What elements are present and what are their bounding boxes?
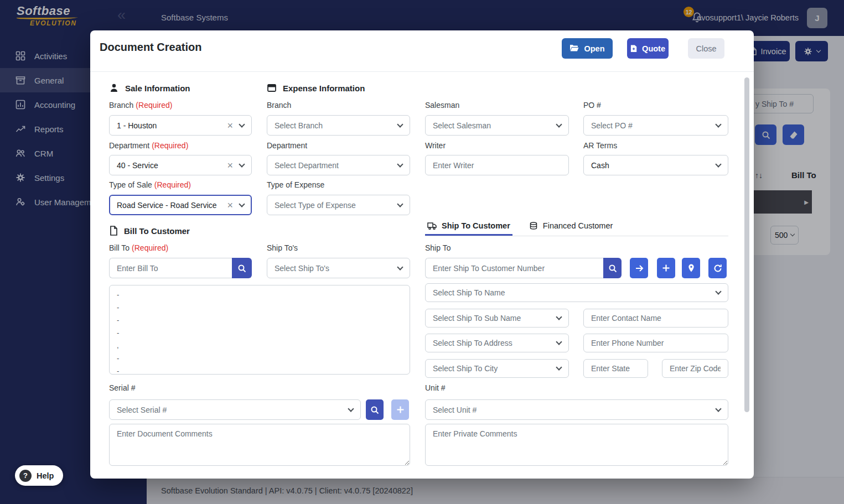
ship-to-label: Ship To	[425, 243, 451, 252]
search-icon	[237, 264, 246, 273]
list-item[interactable]: ,	[110, 339, 410, 352]
serial-number-placeholder: Select Serial #	[117, 406, 344, 414]
serial-search-button[interactable]	[366, 399, 384, 420]
expense-department-placeholder: Select Department	[275, 161, 393, 170]
close-button[interactable]: Close	[688, 38, 724, 59]
list-item[interactable]: -	[110, 301, 410, 314]
clear-icon[interactable]: ×	[227, 121, 233, 131]
ship-to-refresh-button[interactable]	[708, 258, 727, 278]
help-button-label: Help	[37, 471, 54, 480]
clear-icon[interactable]: ×	[227, 200, 233, 210]
writer-input[interactable]	[425, 155, 569, 175]
person-icon	[109, 83, 119, 93]
tab-financed-customer[interactable]: Financed Customer	[527, 221, 615, 236]
department-label: Department(Required)	[109, 141, 188, 150]
required-tag: (Required)	[152, 141, 188, 150]
document-icon	[109, 226, 118, 236]
branch-select-value: 1 - Houston	[117, 121, 222, 130]
ship-tos-label: Ship To's	[267, 243, 298, 252]
open-button-label: Open	[584, 44, 604, 53]
ship-tos-select[interactable]: Select Ship To's	[267, 258, 410, 278]
required-tag: (Required)	[154, 180, 191, 189]
expense-branch-select[interactable]: Select Branch	[267, 115, 410, 136]
chevron-down-icon	[397, 121, 403, 127]
po-number-select[interactable]: Select PO #	[583, 115, 728, 136]
branch-label: Branch(Required)	[109, 101, 173, 110]
modal-title: Document Creation	[100, 41, 201, 54]
modal-scrollbar-thumb[interactable]	[744, 77, 749, 412]
expense-branch-placeholder: Select Branch	[275, 121, 393, 130]
type-of-sale-value: Road Service - Road Service	[117, 201, 222, 210]
type-of-expense-label: Type of Expense	[267, 180, 324, 189]
ship-to-customer-number-input[interactable]	[425, 258, 603, 278]
tab-ship-to-customer[interactable]: Ship To Customer	[425, 221, 512, 236]
search-icon	[608, 264, 617, 273]
unit-number-select[interactable]: Select Unit #	[425, 399, 728, 420]
ship-to-sub-name-placeholder: Select Ship To Sub Name	[433, 314, 552, 323]
document-comments-textarea[interactable]	[109, 424, 410, 466]
help-button[interactable]: ? Help	[15, 465, 63, 486]
ship-to-name-placeholder: Select Ship To Name	[433, 288, 712, 297]
expense-department-select[interactable]: Select Department	[267, 155, 410, 175]
chevron-down-icon	[715, 288, 721, 294]
contact-name-input[interactable]	[583, 309, 728, 328]
salesman-placeholder: Select Salesman	[433, 121, 552, 130]
quote-button[interactable]: Quote	[627, 38, 669, 59]
refresh-icon	[713, 264, 722, 273]
help-question-icon: ?	[19, 470, 32, 482]
chevron-down-icon	[556, 314, 562, 320]
clear-icon[interactable]: ×	[227, 160, 233, 170]
bill-to-search-button[interactable]	[232, 258, 252, 278]
expense-branch-label: Branch	[267, 101, 291, 110]
bill-to-label: Bill To(Required)	[109, 243, 168, 252]
search-icon	[370, 406, 379, 414]
list-item[interactable]: -	[110, 314, 410, 326]
po-number-placeholder: Select PO #	[591, 121, 712, 130]
bill-to-results-list[interactable]: - - - - , - -	[109, 285, 410, 375]
ship-to-search-button[interactable]	[603, 258, 622, 278]
header-divider	[90, 71, 754, 72]
phone-number-input[interactable]	[583, 334, 728, 352]
ship-to-city-select[interactable]: Select Ship To City	[425, 359, 569, 378]
tab-label: Financed Customer	[543, 221, 613, 230]
ar-terms-select[interactable]: Cash	[583, 155, 728, 175]
chevron-down-icon	[348, 406, 354, 412]
type-of-sale-select[interactable]: Road Service - Road Service ×	[109, 195, 252, 215]
ship-to-address-select[interactable]: Select Ship To Address	[425, 334, 569, 352]
card-icon	[267, 83, 277, 93]
ship-to-location-button[interactable]	[682, 258, 700, 278]
department-select[interactable]: 40 - Service ×	[109, 155, 252, 175]
sale-information-heading: Sale Information	[109, 83, 190, 93]
document-creation-modal: Document Creation Open Quote Close Sale …	[90, 30, 754, 479]
po-number-label: PO #	[583, 101, 601, 110]
tab-label: Ship To Customer	[442, 221, 510, 230]
open-button[interactable]: Open	[562, 38, 613, 59]
list-item[interactable]: -	[110, 288, 410, 301]
ship-to-go-button[interactable]	[630, 258, 648, 278]
ship-to-tabs: Ship To Customer Financed Customer	[425, 221, 728, 236]
bill-to-input[interactable]	[109, 258, 232, 278]
chevron-down-icon	[715, 161, 721, 167]
ship-to-address-placeholder: Select Ship To Address	[433, 339, 552, 347]
serial-add-button[interactable]	[391, 399, 409, 420]
list-item[interactable]: -	[110, 365, 410, 375]
list-item[interactable]: -	[110, 326, 410, 339]
ship-to-sub-name-select[interactable]: Select Ship To Sub Name	[425, 309, 569, 328]
private-comments-textarea[interactable]	[425, 424, 728, 466]
zip-code-input[interactable]	[662, 359, 728, 378]
ship-to-name-select[interactable]: Select Ship To Name	[425, 283, 728, 302]
type-of-expense-select[interactable]: Select Type of Expense	[267, 195, 410, 215]
salesman-select[interactable]: Select Salesman	[425, 115, 569, 136]
ship-to-add-button[interactable]	[657, 258, 675, 278]
expense-department-label: Department	[267, 141, 307, 150]
branch-select[interactable]: 1 - Houston ×	[109, 115, 252, 136]
state-input[interactable]	[583, 359, 648, 378]
chevron-down-icon	[556, 121, 562, 127]
plus-icon	[662, 264, 670, 272]
ar-terms-value: Cash	[591, 161, 712, 170]
salesman-label: Salesman	[425, 101, 459, 110]
chevron-down-icon	[397, 264, 403, 270]
serial-number-select[interactable]: Select Serial #	[109, 399, 361, 420]
list-item[interactable]: -	[110, 352, 410, 365]
quote-button-label: Quote	[642, 44, 665, 53]
